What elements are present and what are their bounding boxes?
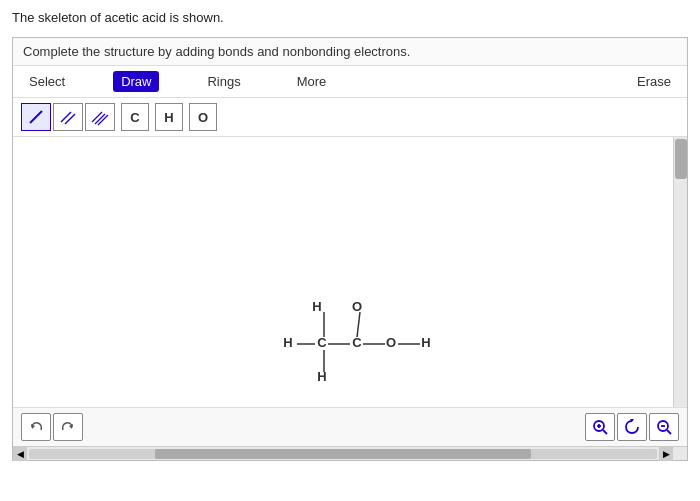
bottom-bar xyxy=(13,407,687,446)
triple-bond-button[interactable] xyxy=(85,103,115,131)
hydrogen-atom-button[interactable]: H xyxy=(155,103,183,131)
svg-text:C: C xyxy=(317,335,327,350)
undo-redo-controls xyxy=(21,413,83,441)
redo-button[interactable] xyxy=(53,413,83,441)
toolbar-draw[interactable]: Draw xyxy=(113,71,159,92)
svg-text:C: C xyxy=(352,335,362,350)
toolbar: Select Draw Rings More Erase xyxy=(13,66,687,98)
molecule-svg: H O H C C O H H xyxy=(13,137,687,407)
scrollbar-bottom[interactable]: ◀ ▶ xyxy=(13,446,687,460)
svg-line-3 xyxy=(92,112,102,122)
single-bond-button[interactable] xyxy=(21,103,51,131)
scrollbar-track xyxy=(29,449,657,459)
svg-text:O: O xyxy=(352,299,362,314)
scroll-right-button[interactable]: ▶ xyxy=(659,447,673,461)
canvas-area[interactable]: H O H C C O H H xyxy=(13,137,687,407)
toolbar-more[interactable]: More xyxy=(289,71,335,92)
instruction-bar: Complete the structure by adding bonds a… xyxy=(13,38,687,66)
scrollbar-thumb xyxy=(675,139,687,179)
toolbar-select[interactable]: Select xyxy=(21,71,73,92)
svg-line-7 xyxy=(357,312,360,337)
scroll-left-button[interactable]: ◀ xyxy=(13,447,27,461)
zoom-reset-button[interactable] xyxy=(617,413,647,441)
svg-text:H: H xyxy=(283,335,292,350)
svg-text:H: H xyxy=(317,369,326,384)
bond-tools: C H O xyxy=(13,98,687,137)
svg-line-26 xyxy=(603,430,607,434)
page-wrapper: The skeleton of acetic acid is shown. Co… xyxy=(0,0,700,461)
tool-panel: Complete the structure by adding bonds a… xyxy=(12,37,688,461)
oxygen-atom-button[interactable]: O xyxy=(189,103,217,131)
svg-text:H: H xyxy=(421,335,430,350)
svg-line-30 xyxy=(667,430,671,434)
svg-line-0 xyxy=(30,111,42,123)
toolbar-rings[interactable]: Rings xyxy=(199,71,248,92)
svg-text:H: H xyxy=(312,299,321,314)
zoom-out-button[interactable] xyxy=(649,413,679,441)
scrollbar-horizontal-thumb xyxy=(155,449,532,459)
toolbar-erase[interactable]: Erase xyxy=(629,71,679,92)
double-bond-button[interactable] xyxy=(53,103,83,131)
zoom-in-button[interactable] xyxy=(585,413,615,441)
scrollbar-right[interactable] xyxy=(673,137,687,407)
intro-text: The skeleton of acetic acid is shown. xyxy=(12,10,688,25)
zoom-controls xyxy=(585,413,679,441)
svg-text:O: O xyxy=(386,335,396,350)
undo-button[interactable] xyxy=(21,413,51,441)
carbon-atom-button[interactable]: C xyxy=(121,103,149,131)
